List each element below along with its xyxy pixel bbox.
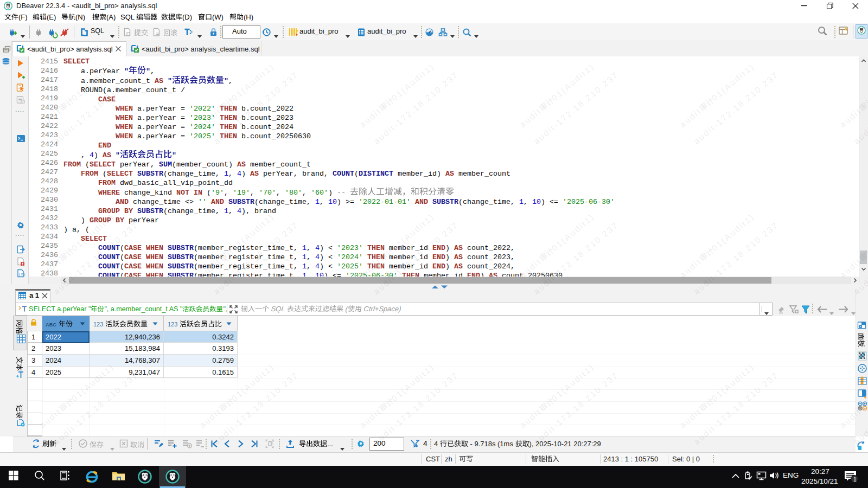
svg-text:(x): (x) — [18, 272, 25, 277]
svg-text:1: 1 — [853, 476, 857, 483]
